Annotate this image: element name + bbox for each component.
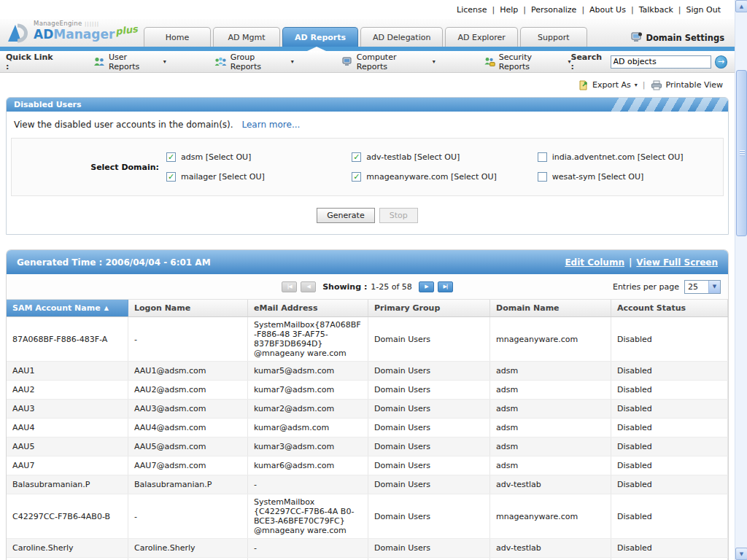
column-header-logon-name[interactable]: Logon Name [128,300,248,316]
scroll-up-button[interactable]: ▲ [735,0,747,12]
domain-checkbox[interactable] [538,172,547,182]
vertical-scrollbar[interactable]: ▲ ▼ [735,0,747,560]
table-row[interactable]: AAU2 AAU2@adsm.com kumar7@adsm.com Domai… [7,381,728,400]
column-header-label: SAM Account Name [12,303,101,313]
action-button-row: Generate Stop [7,203,728,234]
license-link[interactable]: License [452,5,492,15]
domain-checkbox[interactable]: ✓ [352,152,361,162]
table-row[interactable]: AAU7 AAU7@adsm.com kumar6@adsm.com Domai… [7,456,728,475]
domain-checkbox[interactable]: ✓ [166,172,176,182]
brand-ticks-decoration: |||||| [85,21,99,27]
column-header-primary-group[interactable]: Primary Group [368,300,490,316]
column-header-email-address[interactable]: eMail Address [248,300,368,316]
computer-reports-menu[interactable]: Computer Reports ▾ [342,52,436,71]
table-row[interactable]: AAU1 AAU1@adsm.com kumar5@adsm.com Domai… [7,362,728,381]
about-us-link[interactable]: About Us [584,5,631,15]
cell-sam-account-name: AAU1 [7,362,128,380]
search-input[interactable] [611,55,711,69]
chevron-down-icon: ▾ [433,58,436,65]
tab-ad-delegation[interactable]: AD Delegation [360,27,443,47]
domain-settings-button[interactable]: Domain Settings [631,32,724,43]
table-row[interactable]: AAU3 AAU3@adsm.com kumar2@adsm.com Domai… [7,400,728,419]
cell-primary-group: Domain Users [368,494,490,538]
table-row[interactable]: AAU5 AAU5@adsm.com kumar3@adsm.com Domai… [7,438,728,456]
generated-time-text: Generated Time : 2006/04/04 - 6:01 AM [17,257,211,268]
tab-home[interactable]: Home [144,27,211,47]
view-full-screen-link[interactable]: View Full Screen [636,257,718,268]
stop-button[interactable]: Stop [379,208,418,223]
entries-per-page-value: 25 [685,282,708,292]
cell-account-status: Disabled [611,381,728,399]
printable-view-button[interactable]: Printable View [651,80,723,90]
entries-per-page-label: Entries per page [613,282,679,292]
column-header-account-status[interactable]: Account Status [611,300,728,316]
cell-domain-name: adv-testlab [490,475,611,494]
chevron-down-icon: ▾ [163,58,166,65]
table-row[interactable]: AAU4 AAU4@adsm.com kumar@adsm.com Domain… [7,419,728,438]
cell-domain-name: mnageanyware.com [490,317,611,361]
domain-checkbox-item[interactable]: ✓ mnageanyware.com [Select OU] [352,172,537,182]
cell-domain-name: adsm [490,400,611,418]
learn-more-link[interactable]: Learn more... [241,120,300,130]
chevron-down-icon: ▾ [291,58,294,65]
printable-view-label: Printable View [666,80,723,90]
cell-primary-group: Domain Users [368,381,490,399]
column-header-domain-name[interactable]: Domain Name [490,300,611,316]
talkback-link[interactable]: Talkback [634,5,678,15]
column-header-sam-account-name[interactable]: SAM Account Name ▲ [7,300,128,316]
search-label: Search : [570,52,606,71]
scroll-down-button[interactable]: ▼ [735,548,747,560]
domain-checkbox-item[interactable]: ✓ adsm [Select OU] [166,152,352,162]
scrollbar-thumb[interactable] [736,70,747,236]
domain-checkbox-item[interactable]: wesat-sym [Select OU] [538,172,723,182]
table-row[interactable]: Caroline.Sherly Caroline.Sherly - Domain… [7,539,728,558]
personalize-link[interactable]: Personalize [526,5,581,15]
domain-checkbox-item[interactable]: india.adventnet.com [Select OU] [538,152,723,162]
search-go-button[interactable]: → [715,55,727,69]
domain-checkbox-item[interactable]: ✓ mailager [Select OU] [166,172,352,182]
search-box: Search : → [570,52,727,71]
table-header-row: SAM Account Name ▲ Logon Name eMail Addr… [7,299,728,317]
cell-account-status: Disabled [611,475,728,494]
sign-out-link[interactable]: Sign Out [681,5,726,15]
domain-checkbox[interactable]: ✓ [352,172,361,182]
tab-ad-reports[interactable]: AD Reports [282,27,358,47]
app-header: ManageEngine |||||| AD Manager plus Home… [0,19,735,47]
cell-sam-account-name: AAU3 [7,400,128,418]
help-link[interactable]: Help [495,5,523,15]
user-reports-menu[interactable]: User Reports ▾ [93,52,166,71]
cell-logon-name: AAU3@adsm.com [128,400,248,418]
table-row[interactable]: Balasubramanian.P Balasubramanian.P - Do… [7,475,728,494]
column-header-label: Primary Group [374,303,440,313]
tab-ad-explorer[interactable]: AD Explorer [445,27,517,47]
last-page-button[interactable]: ▶| [438,281,453,292]
disabled-users-panel: Disabled Users View the disabled user ac… [6,97,729,235]
tab-support[interactable]: Support [520,27,587,47]
table-row[interactable]: 87A068BF-F886-483F-A - SystemMailbox{87A… [7,317,728,362]
generate-button[interactable]: Generate [317,208,374,223]
cell-logon-name: - [128,494,248,538]
select-domain-box: Select Domain: ✓ adsm [Select OU] ✓ mail… [11,138,724,196]
cell-sam-account-name: C42297CC-F7B6-4AB0-B [7,494,128,538]
next-page-button[interactable]: ▶ [419,281,434,292]
first-page-button[interactable]: |◀ [282,281,297,292]
previous-page-button[interactable]: ◀ [301,281,316,292]
security-reports-menu[interactable]: Security Reports ▾ [484,52,571,71]
cell-account-status: Disabled [611,539,728,557]
table-row[interactable]: C42297CC-F7B6-4AB0-B - SystemMailbox {C4… [7,494,728,539]
tab-ad-mgmt[interactable]: AD Mgmt [213,27,280,47]
group-reports-menu[interactable]: Group Reports ▾ [214,52,294,71]
edit-column-link[interactable]: Edit Column [565,257,624,268]
export-as-button[interactable]: Export As ▾ [578,79,638,90]
domain-checkbox[interactable]: ✓ [166,152,176,162]
main-nav-tabs: Home AD Mgmt AD Reports AD Delegation AD… [144,27,587,47]
cell-account-status: Disabled [611,317,728,361]
domain-settings-label: Domain Settings [646,33,724,43]
select-domain-label: Select Domain: [12,163,166,172]
entries-per-page-select[interactable]: 25 ▼ [684,280,721,294]
domain-checkbox-item[interactable]: ✓ adv-testlab [Select OU] [352,152,537,162]
brand-plus: plus [115,24,139,36]
cell-logon-name: Balasubramanian.P [128,475,248,494]
sort-ascending-icon: ▲ [104,305,109,311]
domain-checkbox[interactable] [538,152,547,162]
